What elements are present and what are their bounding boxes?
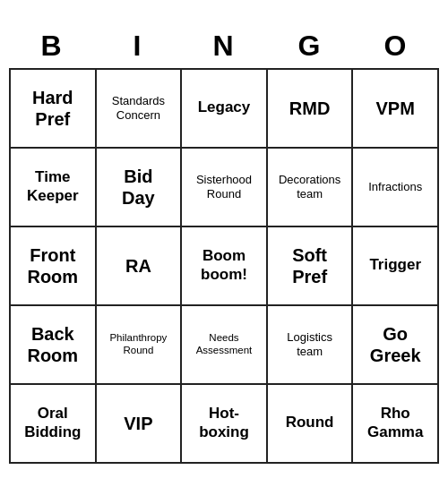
header-letter: O (353, 24, 439, 68)
bingo-grid: Hard PrefStandards ConcernLegacyRMDVPMTi… (9, 68, 439, 464)
cell-text: Boom boom! (201, 247, 247, 284)
cell-text: Sisterhood Round (196, 173, 252, 201)
cell-text: Oral Bidding (24, 405, 81, 441)
bingo-cell: Soft Pref (268, 227, 354, 306)
cell-text: Legacy (198, 98, 251, 116)
cell-text: Infractions (368, 180, 422, 194)
bingo-cell: Needs Assessment (182, 306, 268, 385)
cell-text: Needs Assessment (196, 332, 253, 357)
cell-text: Go Greek (370, 323, 421, 366)
cell-text: Rho Gamma (367, 405, 423, 441)
bingo-cell: Philanthropy Round (97, 306, 183, 385)
bingo-cell: VIP (97, 385, 183, 464)
header-letter: I (95, 24, 181, 68)
cell-text: Time Keeper (27, 168, 79, 205)
bingo-cell: RMD (268, 70, 354, 149)
bingo-cell: Legacy (182, 70, 268, 149)
cell-text: Back Room (27, 323, 78, 366)
bingo-cell: Logistics team (268, 306, 354, 385)
cell-text: Philanthropy Round (109, 332, 167, 357)
cell-text: Trigger (369, 256, 421, 274)
bingo-cell: Decorations team (268, 149, 354, 227)
bingo-card: BINGO Hard PrefStandards ConcernLegacyRM… (9, 24, 439, 464)
bingo-cell: Back Room (11, 306, 97, 385)
bingo-cell: RA (97, 227, 183, 306)
bingo-cell: Time Keeper (11, 149, 97, 227)
bingo-cell: Go Greek (353, 306, 439, 385)
cell-text: Bid Day (122, 166, 155, 209)
cell-text: Hard Pref (32, 87, 73, 130)
bingo-cell: VPM (353, 70, 439, 149)
bingo-cell: Hard Pref (11, 70, 97, 149)
cell-text: RA (125, 255, 151, 277)
cell-text: Front Room (27, 244, 78, 287)
bingo-cell: Round (268, 385, 354, 464)
bingo-cell: Bid Day (97, 149, 183, 227)
bingo-cell: Front Room (11, 227, 97, 306)
cell-text: Decorations team (279, 173, 340, 201)
cell-text: VPM (376, 98, 415, 119)
cell-text: RMD (289, 98, 331, 119)
cell-text: Logistics team (287, 330, 332, 358)
header-letter: G (267, 24, 353, 68)
bingo-cell: Infractions (353, 149, 439, 227)
bingo-cell: Oral Bidding (11, 385, 97, 464)
header-letter: N (181, 24, 267, 68)
bingo-cell: Hot- boxing (182, 385, 268, 464)
bingo-cell: Rho Gamma (353, 385, 439, 464)
bingo-cell: Boom boom! (182, 227, 268, 306)
bingo-cell: Sisterhood Round (182, 149, 268, 227)
cell-text: Hot- boxing (199, 405, 249, 441)
cell-text: Soft Pref (292, 244, 327, 287)
cell-text: VIP (124, 413, 152, 434)
header-letter: B (9, 24, 95, 68)
bingo-cell: Trigger (353, 227, 439, 306)
cell-text: Standards Concern (112, 94, 165, 122)
bingo-cell: Standards Concern (97, 70, 183, 149)
cell-text: Round (286, 414, 334, 431)
bingo-header: BINGO (9, 24, 439, 68)
